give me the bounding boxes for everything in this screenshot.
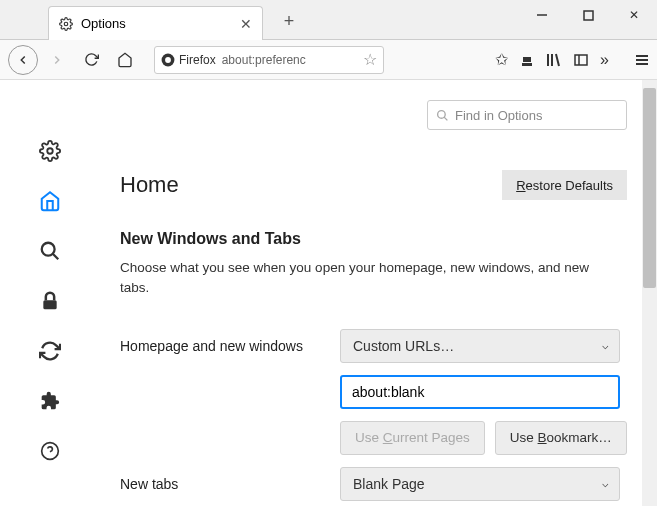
home-button[interactable]	[110, 45, 140, 75]
pocket-icon[interactable]: ✩	[495, 50, 508, 69]
address-text: about:preferenc	[222, 53, 357, 67]
main-panel: Find in Options Home Restore Defaults Ne…	[100, 80, 657, 506]
svg-rect-5	[522, 63, 532, 66]
svg-point-0	[64, 22, 68, 26]
overflow-icon[interactable]: »	[600, 51, 609, 69]
downloads-icon[interactable]	[520, 54, 534, 66]
use-bookmark-button[interactable]: Use Bookmark…	[495, 421, 627, 455]
category-search-icon[interactable]	[39, 240, 61, 262]
forward-button[interactable]	[42, 45, 72, 75]
identity-label: Firefox	[179, 53, 216, 67]
restore-defaults-button[interactable]: Restore Defaults	[502, 170, 627, 200]
svg-rect-2	[584, 11, 593, 20]
new-tab-button[interactable]: +	[278, 10, 300, 32]
maximize-button[interactable]	[565, 0, 611, 30]
navigation-toolbar: Firefox about:preferenc ☆ ✩ »	[0, 40, 657, 80]
use-current-pages-button[interactable]: Use Current Pages	[340, 421, 485, 455]
section-description: Choose what you see when you open your h…	[120, 258, 610, 299]
browser-tab[interactable]: Options ✕	[48, 6, 263, 40]
category-support-icon[interactable]	[39, 440, 61, 462]
category-sync-icon[interactable]	[39, 340, 61, 362]
search-icon	[436, 109, 449, 122]
category-general-icon[interactable]	[39, 140, 61, 162]
window-controls: ✕	[519, 0, 657, 30]
category-home-icon[interactable]	[39, 190, 61, 212]
svg-line-22	[444, 117, 447, 120]
back-button[interactable]	[8, 45, 38, 75]
newtabs-value: Blank Page	[353, 476, 425, 492]
section-title: New Windows and Tabs	[120, 230, 627, 248]
title-bar: Options ✕ + ✕	[0, 0, 657, 40]
homepage-mode-value: Custom URLs…	[353, 338, 454, 354]
homepage-mode-select[interactable]: Custom URLs… ⌵	[340, 329, 620, 363]
homepage-label: Homepage and new windows	[120, 338, 340, 354]
page-heading: Home	[120, 172, 179, 198]
svg-rect-10	[575, 55, 587, 65]
content-area: Find in Options Home Restore Defaults Ne…	[0, 80, 657, 506]
tab-title: Options	[81, 16, 126, 31]
site-identity[interactable]: Firefox	[161, 53, 216, 67]
svg-line-9	[556, 54, 559, 66]
find-in-options-input[interactable]: Find in Options	[427, 100, 627, 130]
svg-point-15	[47, 148, 53, 154]
chevron-down-icon: ⌵	[602, 477, 609, 490]
gear-icon	[59, 17, 73, 31]
chevron-down-icon: ⌵	[602, 339, 609, 352]
newtabs-label: New tabs	[120, 476, 340, 492]
homepage-url-input[interactable]	[340, 375, 620, 409]
scrollbar-track[interactable]	[642, 80, 657, 506]
svg-point-4	[165, 57, 171, 63]
app-menu-button[interactable]	[627, 54, 649, 66]
sidebar-toggle-icon[interactable]	[574, 54, 588, 66]
svg-point-16	[42, 243, 55, 256]
close-tab-icon[interactable]: ✕	[240, 16, 252, 32]
category-sidebar	[0, 80, 100, 506]
window-close-button[interactable]: ✕	[611, 0, 657, 30]
find-placeholder: Find in Options	[455, 108, 542, 123]
minimize-button[interactable]	[519, 0, 565, 30]
category-privacy-icon[interactable]	[39, 290, 61, 312]
svg-line-17	[53, 254, 59, 260]
reload-button[interactable]	[76, 45, 106, 75]
bookmark-star-icon[interactable]: ☆	[363, 50, 377, 69]
library-icon[interactable]	[546, 53, 562, 67]
svg-point-21	[438, 110, 446, 118]
url-bar[interactable]: Firefox about:preferenc ☆	[154, 46, 384, 74]
scrollbar-thumb[interactable]	[643, 88, 656, 288]
svg-rect-18	[43, 300, 56, 309]
svg-rect-6	[523, 57, 531, 62]
category-extensions-icon[interactable]	[39, 390, 61, 412]
newtabs-select[interactable]: Blank Page ⌵	[340, 467, 620, 501]
